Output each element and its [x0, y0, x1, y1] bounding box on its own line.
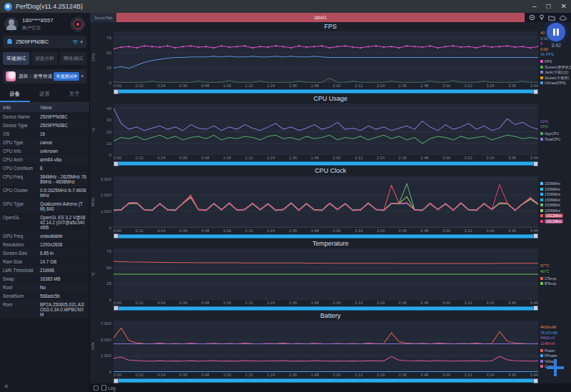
- chart-scrollbar[interactable]: [113, 378, 538, 383]
- battery-plot: [113, 321, 538, 372]
- scroll-handle-right[interactable]: [533, 161, 538, 166]
- app-logo-icon: [4, 3, 12, 11]
- cloud-icon[interactable]: [559, 15, 567, 21]
- legend-item[interactable]: 1612MHz: [540, 213, 570, 218]
- legend-item[interactable]: 1536MHz: [540, 203, 570, 207]
- chart-scrollbar[interactable]: [113, 233, 538, 239]
- legend-item[interactable]: 1536MHz: [540, 187, 570, 191]
- legend-item[interactable]: 1536MHz: [540, 192, 570, 196]
- legend-item[interactable]: BTemp: [540, 281, 570, 286]
- tab-network-test[interactable]: 网络测试: [60, 52, 86, 65]
- legend-item[interactable]: 1536MHz: [540, 198, 570, 202]
- legend-item[interactable]: Screen(录屏状态): [540, 65, 570, 69]
- legend-item[interactable]: CTemp: [540, 276, 570, 281]
- tab-label1-active[interactable]: label1: [116, 13, 525, 22]
- y-axis-label: %: [90, 104, 96, 155]
- y-axis-ticks: 0255075: [96, 31, 113, 83]
- testing-status-badge: 常规测试中: [54, 72, 79, 81]
- scroll-handle-right[interactable]: [533, 89, 538, 94]
- scroll-handle-left[interactable]: [113, 161, 118, 166]
- account-info-link[interactable]: 账户信息: [22, 25, 71, 31]
- app-name: 崩坏：星穹铁道: [19, 73, 54, 80]
- table-row: OS16: [0, 129, 89, 138]
- chart-legend: 1536MHz1536MHz1536MHz1536MHz1536MHz1536M…: [540, 181, 570, 223]
- maximize-button[interactable]: □: [547, 0, 551, 13]
- table-row: CPU Typecanoe: [0, 138, 89, 146]
- legend-item[interactable]: TotalCPU: [540, 137, 570, 141]
- scroll-handle-left[interactable]: [113, 233, 118, 238]
- scroll-handle-right[interactable]: [533, 306, 538, 311]
- chart-scrollbar[interactable]: [113, 89, 538, 94]
- scroll-bar[interactable]: [118, 161, 533, 166]
- chart-legend-rail: 57℃40℃CTempBTemp: [538, 248, 571, 311]
- user-avatar[interactable]: [4, 17, 19, 31]
- legend-item[interactable]: Jank(卡顿)(次): [540, 70, 570, 74]
- minimize-button[interactable]: –: [532, 0, 537, 13]
- legend-item[interactable]: 1536MHz: [540, 208, 570, 213]
- chart-scrollbar[interactable]: [113, 306, 538, 311]
- tab-device[interactable]: 设备: [0, 88, 30, 102]
- table-row: Device Type2509FPN0BC: [0, 121, 89, 129]
- add-chart-button[interactable]: [547, 359, 564, 376]
- tab-some[interactable]: SomeTab: [90, 13, 116, 22]
- folder-icon[interactable]: [548, 15, 555, 21]
- scroll-handle-left[interactable]: [113, 89, 118, 94]
- x-axis-ticks: 0:000:120:240:360:481:001:121:241:361:48…: [113, 372, 538, 378]
- bottom-bar: Log: [90, 383, 571, 392]
- test-mode-tabs: 常规测试 深度分析 网络测试: [3, 52, 86, 65]
- scroll-bar[interactable]: [118, 306, 533, 311]
- scroll-handle-right[interactable]: [533, 378, 538, 383]
- target-icon[interactable]: [529, 14, 535, 21]
- close-button[interactable]: ✕: [561, 0, 567, 13]
- scroll-handle-right[interactable]: [533, 233, 538, 238]
- current-values: 57℃40℃: [540, 263, 570, 273]
- chart-scrollbar[interactable]: [113, 161, 538, 166]
- tab-normal-test[interactable]: 常规测试: [3, 52, 29, 65]
- panel-toggle-icon[interactable]: [94, 386, 98, 391]
- log-tab[interactable]: Log: [101, 385, 116, 391]
- table-row: Ram Size14.7 GB: [0, 257, 89, 266]
- chevron-down-icon: ▾: [81, 74, 84, 79]
- pause-button[interactable]: [547, 23, 565, 41]
- record-button[interactable]: [71, 17, 85, 31]
- bulb-icon[interactable]: [539, 14, 545, 21]
- current-values: 4426mW76.07mW4402mV1146mA: [540, 325, 570, 346]
- legend-item[interactable]: 1612MHz: [540, 219, 570, 223]
- info-column-header: Info: [0, 103, 37, 112]
- window-title: PerfDog(v11.4.25124B): [16, 3, 83, 10]
- table-row: GPU Frequnavailable: [0, 231, 89, 240]
- scroll-handle-left[interactable]: [113, 378, 118, 383]
- chart-panel-cpu-clock: CPU Clock MHz 01,0002,0003,000 0:000:120…: [90, 166, 571, 238]
- legend-item[interactable]: AppCPU: [540, 131, 570, 136]
- legend-item[interactable]: InDraw(FPS): [540, 81, 570, 85]
- tab-about[interactable]: 关于: [59, 88, 89, 102]
- sidebar-collapse-button[interactable]: «: [4, 382, 9, 390]
- tab-deep-analysis[interactable]: 深度分析: [31, 52, 58, 65]
- scroll-handle-left[interactable]: [113, 306, 118, 311]
- scroll-bar[interactable]: [118, 234, 533, 238]
- toolbar-icons: [525, 13, 571, 22]
- y-axis-ticks: 02,5005,0007,500: [96, 321, 113, 372]
- app-selector[interactable]: 崩坏：星穹铁道 常规测试中 ▾: [3, 69, 86, 84]
- legend-item[interactable]: FPower: [540, 353, 570, 358]
- perfdog-window: PerfDog(v11.4.25124B) – □ ✕ 180****8557 …: [0, 0, 571, 392]
- main-area: SomeTab label1 FPS FPS 0255075: [90, 13, 571, 392]
- x-axis-ticks: 0:000:120:240:360:481:001:121:241:361:48…: [113, 155, 538, 161]
- x-axis-ticks: 0:000:120:240:360:481:001:121:241:361:48…: [113, 83, 538, 89]
- table-row: Screen Size6.85 in: [0, 248, 89, 257]
- table-row: RomBP2A.250605.031.A3/OS3.0.34.0.WPBCNXM: [0, 300, 89, 318]
- device-name: 2509FPN0BC: [16, 39, 72, 45]
- current-values: 22%15%: [540, 119, 570, 129]
- legend-item[interactable]: 1536MHz: [540, 181, 570, 186]
- legend-item[interactable]: Stutter(卡顿率): [540, 76, 570, 80]
- scroll-bar[interactable]: [118, 89, 533, 94]
- legend-item[interactable]: FPS: [540, 59, 570, 64]
- tab-settings[interactable]: 设置: [30, 88, 60, 102]
- chart-panel-battery: Battery mW 02,5005,0007,500 0:000:120:24…: [90, 311, 571, 383]
- legend-item[interactable]: Power: [540, 348, 570, 353]
- scroll-bar[interactable]: [118, 378, 533, 383]
- y-axis-label: MHz: [90, 176, 96, 227]
- cpu-clock-plot: [113, 176, 538, 227]
- device-selector[interactable]: 2509FPN0BC ▾: [3, 36, 86, 48]
- title-bar: PerfDog(v11.4.25124B) – □ ✕: [0, 0, 571, 13]
